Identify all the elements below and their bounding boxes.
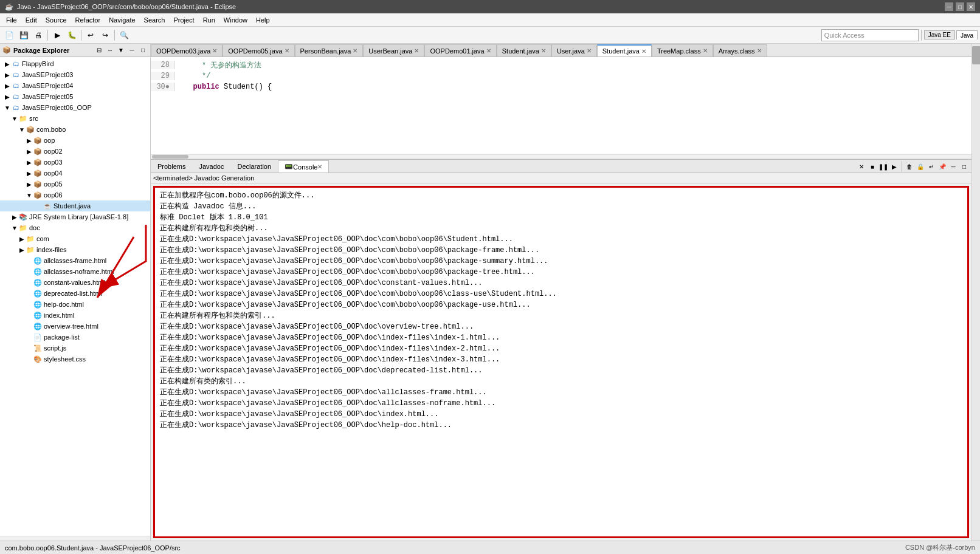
tab-user[interactable]: User.java ✕ <box>551 44 597 56</box>
tree-item-oop[interactable]: ▶ 📦 oop <box>0 135 150 146</box>
menu-file[interactable]: File <box>2 15 21 25</box>
tree-item-proj05[interactable]: ▶ 🗂 JavaSEProject05 <box>0 91 150 102</box>
tree-item-oop02[interactable]: ▶ 📦 oop02 <box>0 146 150 157</box>
tab-close-oopdemo01[interactable]: ✕ <box>486 47 491 54</box>
sidebar-horizontal-scrollbar[interactable] <box>0 536 150 541</box>
tree-toggle-com2[interactable]: ▶ <box>18 236 26 242</box>
menu-navigate[interactable]: Navigate <box>105 15 139 25</box>
tab-close-oopdemo05[interactable]: ✕ <box>285 47 289 54</box>
minimize-button[interactable]: ─ <box>945 2 953 11</box>
tab-close-console[interactable]: ✕ <box>317 163 322 170</box>
tree-toggle-combobo[interactable]: ▼ <box>18 126 26 133</box>
tree-toggle-src[interactable]: ▼ <box>11 115 18 122</box>
tab-declaration[interactable]: Declaration <box>230 160 278 173</box>
tab-oopdemo05[interactable]: OOPDemo05.java ✕ <box>223 44 294 56</box>
tree-item-deprecated-list[interactable]: 🌐 deprecated-list.html <box>0 288 150 299</box>
tree-item-script-js[interactable]: 📜 script.js <box>0 343 150 354</box>
tree-toggle-jre[interactable]: ▶ <box>11 214 18 221</box>
console-clear-button[interactable]: 🗑 <box>905 162 914 171</box>
minimize-panel-button[interactable]: ─ <box>127 46 137 55</box>
code-editor[interactable]: 28 * 无参的构造方法 29 */ 30● public Student() … <box>151 57 971 154</box>
menu-run[interactable]: Run <box>199 15 219 25</box>
console-terminate-button[interactable]: ✕ <box>857 162 866 171</box>
tree-item-jre[interactable]: ▶ 📚 JRE System Library [JavaSE-1.8] <box>0 211 150 222</box>
close-button[interactable]: ✕ <box>967 2 975 11</box>
tree-toggle-flappybird[interactable]: ▶ <box>4 61 11 67</box>
console-pause-button[interactable]: ❚❚ <box>878 162 888 171</box>
tab-userbean[interactable]: UserBean.java ✕ <box>363 44 424 56</box>
tree-item-student[interactable]: ☕ Student.java <box>0 200 150 211</box>
panel-menu-button[interactable]: ▼ <box>116 46 126 55</box>
console-minimize-button[interactable]: ─ <box>948 162 958 171</box>
tree-toggle-oop03[interactable]: ▶ <box>26 159 33 166</box>
tree-item-allclasses-noframe[interactable]: 🌐 allclasses-noframe.html <box>0 266 150 277</box>
console-run-button[interactable]: ▶ <box>889 162 899 171</box>
editor-right-scroll[interactable] <box>971 44 980 541</box>
search-toolbar-button[interactable]: 🔍 <box>117 29 131 42</box>
tab-arrays[interactable]: Arrays.class ✕ <box>713 44 767 56</box>
tab-close-oopdemo03[interactable]: ✕ <box>212 47 217 54</box>
debug-button[interactable]: 🐛 <box>65 29 78 42</box>
tab-oopdemo03[interactable]: OOPDemo03.java ✕ <box>151 44 223 56</box>
menu-source[interactable]: Source <box>42 15 71 25</box>
tab-student-active[interactable]: Student.java ✕ <box>597 44 652 56</box>
tree-toggle-oop02[interactable]: ▶ <box>26 148 33 155</box>
quick-access-box[interactable]: Quick Access <box>821 29 919 41</box>
tree-item-oop03[interactable]: ▶ 📦 oop03 <box>0 157 150 168</box>
tree-toggle-oop04[interactable]: ▶ <box>26 170 33 177</box>
collapse-all-button[interactable]: ⊟ <box>94 46 104 55</box>
tree-item-doc[interactable]: ▼ 📁 doc <box>0 222 150 233</box>
run-button[interactable]: ▶ <box>50 29 64 42</box>
tab-close-treemap[interactable]: ✕ <box>703 47 708 54</box>
tab-close-arrays[interactable]: ✕ <box>757 47 762 54</box>
tree-item-oop04[interactable]: ▶ 📦 oop04 <box>0 168 150 179</box>
tree-item-proj04[interactable]: ▶ 🗂 JavaSEProject04 <box>0 80 150 91</box>
maximize-panel-button[interactable]: □ <box>138 46 148 55</box>
tree-toggle-oop[interactable]: ▶ <box>26 137 33 144</box>
tree-item-index-files[interactable]: ▶ 📁 index-files <box>0 244 150 255</box>
tree-toggle-proj03[interactable]: ▶ <box>4 72 11 78</box>
tab-student1[interactable]: Student.java ✕ <box>497 44 551 56</box>
tree-item-proj03[interactable]: ▶ 🗂 JavaSEProject03 <box>0 69 150 80</box>
menu-window[interactable]: Window <box>220 15 251 25</box>
menu-refactor[interactable]: Refactor <box>72 15 105 25</box>
tree-item-oop05[interactable]: ▶ 📦 oop05 <box>0 179 150 190</box>
perspective-java[interactable]: Java <box>956 30 978 39</box>
tab-close-student-active[interactable]: ✕ <box>641 48 646 55</box>
tree-item-proj06[interactable]: ▼ 🗂 JavaSEProject06_OOP <box>0 102 150 113</box>
tree-toggle-index-files[interactable]: ▶ <box>18 247 26 253</box>
tab-console[interactable]: 📟 Console ✕ <box>278 160 329 173</box>
tree-item-index-html[interactable]: 🌐 index.html <box>0 310 150 321</box>
tab-close-personbean[interactable]: ✕ <box>353 47 357 54</box>
tree-item-combobo[interactable]: ▼ 📦 com.bobo <box>0 124 150 135</box>
tree-item-stylesheet-css[interactable]: 🎨 stylesheet.css <box>0 354 150 364</box>
tab-close-user[interactable]: ✕ <box>587 47 592 54</box>
tree-toggle-proj06[interactable]: ▼ <box>4 104 11 111</box>
tree-item-flappybird[interactable]: ▶ 🗂 FlappyBird <box>0 58 150 69</box>
console-pin-button[interactable]: 📌 <box>937 162 947 171</box>
editor-horizontal-scrollbar[interactable] <box>151 154 971 159</box>
console-stop-button[interactable]: ■ <box>868 162 877 171</box>
maximize-button[interactable]: □ <box>956 2 964 11</box>
tab-treemap[interactable]: TreeMap.class ✕ <box>652 44 713 56</box>
tree-item-com2[interactable]: ▶ 📁 com <box>0 233 150 244</box>
tree-item-src[interactable]: ▼ 📁 src <box>0 113 150 124</box>
tree-toggle-oop06[interactable]: ▼ <box>26 192 33 199</box>
menu-edit[interactable]: Edit <box>22 15 41 25</box>
tree-toggle-oop05[interactable]: ▶ <box>26 181 33 188</box>
perspective-javaee[interactable]: Java EE <box>924 30 955 39</box>
menu-help[interactable]: Help <box>252 15 274 25</box>
redo-button[interactable]: ↪ <box>98 29 112 42</box>
tree-item-help-doc[interactable]: 🌐 help-doc.html <box>0 299 150 310</box>
tree-item-overview-tree[interactable]: 🌐 overview-tree.html <box>0 321 150 332</box>
tab-close-student1[interactable]: ✕ <box>541 47 546 54</box>
tab-problems[interactable]: Problems <box>151 160 192 173</box>
print-button[interactable]: 🖨 <box>32 29 45 42</box>
menu-project[interactable]: Project <box>170 15 198 25</box>
menu-search[interactable]: Search <box>140 15 169 25</box>
console-maximize-button[interactable]: □ <box>959 162 969 171</box>
tab-personbean[interactable]: PersonBean.java ✕ <box>295 44 364 56</box>
undo-button[interactable]: ↩ <box>84 29 97 42</box>
tree-toggle-doc[interactable]: ▼ <box>11 225 18 231</box>
tab-oopdemo01[interactable]: OOPDemo01.java ✕ <box>424 44 496 56</box>
